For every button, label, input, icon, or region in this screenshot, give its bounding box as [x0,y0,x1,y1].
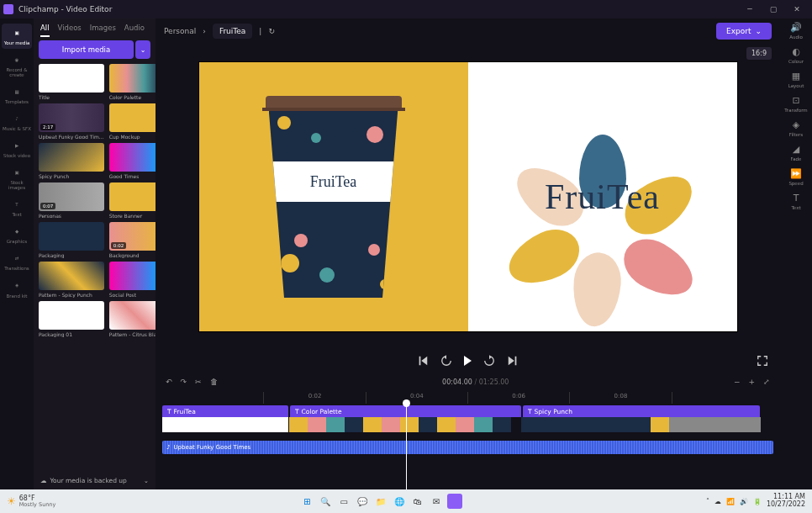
chevron-down-icon: ⌄ [755,27,762,35]
video-clip[interactable] [521,417,761,437]
playhead[interactable] [406,404,407,489]
window-title: Clipchamp - Video Editor [18,5,112,13]
tab-audio[interactable]: Audio [124,24,145,37]
media-item[interactable]: Pattern - Spicy Punch [39,262,104,298]
system-tray[interactable]: ˄ ☁ 📶 🔊 🔋 11:11 AM10/27/2022 [706,494,805,509]
chat-icon[interactable]: 💬 [355,494,370,509]
store-icon[interactable]: 🛍 [410,494,425,509]
rail-item-transitions[interactable]: ⇄Transitions [2,249,32,274]
breadcrumb-project[interactable]: FruiTea [213,24,252,39]
rail-item-text[interactable]: TText [2,195,32,220]
sync-icon[interactable]: ↻ [268,27,275,35]
audio-clip[interactable]: ♪ Upbeat Funky Good Times [162,441,773,454]
ruler[interactable]: 0:020:040:060:08 [162,392,773,404]
clipchamp-icon[interactable] [447,494,462,509]
start-button[interactable]: ⊞ [299,494,314,509]
rail-item-stock-video[interactable]: ▶Stock video [2,136,32,161]
taskview-icon[interactable]: ▭ [336,494,351,509]
media-item[interactable]: Packaging 01 [39,301,104,337]
step-forward-icon[interactable] [483,355,495,367]
battery-icon[interactable]: 🔋 [753,498,762,505]
backup-status[interactable]: ☁ Your media is backed up ⌄ [39,472,150,489]
time-display: 00:04.00 / 01:25.00 [442,378,509,386]
zoom-out-button[interactable]: − [734,378,741,386]
rail-item-your-media[interactable]: ▣Your media [2,24,32,49]
maximize-button[interactable]: ▢ [762,1,785,18]
cup-label: FruiTea [269,161,398,202]
search-icon[interactable]: 🔍 [318,494,333,509]
media-item[interactable]: Good Times [109,143,156,179]
zoom-in-button[interactable]: + [748,378,755,386]
rail-item-templates[interactable]: ▦Templates [2,82,32,108]
taskbar[interactable]: ☀ 68°FMostly Sunny ⊞ 🔍 ▭ 💬 📁 🌐 🛍 ✉ ˄ ☁ 📶… [0,489,812,513]
aspect-ratio-button[interactable]: 16:9 [746,47,772,60]
rightrail-layout[interactable]: ▦Layout [788,71,804,88]
rightrail-audio[interactable]: 🔊Audio [789,22,803,40]
undo-button[interactable]: ↶ [166,378,172,386]
video-clip[interactable] [162,417,288,437]
weather-widget[interactable]: ☀ 68°FMostly Sunny [7,495,55,508]
brand-text: FruiTea [545,177,660,217]
cloud-icon: ☁ [40,477,47,484]
rightrail-transform[interactable]: ⊡Transform [784,95,807,113]
skip-start-icon[interactable] [417,355,429,367]
minimize-button[interactable]: ─ [738,1,762,18]
rail-item-record-create[interactable]: ◉Record & create [2,50,32,81]
tab-all[interactable]: All [40,24,50,37]
media-item[interactable]: Packaging [39,222,104,258]
tracks[interactable]: TFruiTea TColor Palette TSpicy Punch ♪ U… [162,404,773,489]
media-grid: TitleColor Palette2:17Upbeat Funky Good … [39,64,150,337]
preview-canvas[interactable]: FruiTea FruiTea [199,62,737,331]
rightrail-speed[interactable]: ⏩Speed [788,168,803,186]
tab-images[interactable]: Images [90,24,116,37]
rail-item-music-sfx[interactable]: ♪Music & SFX [2,109,32,135]
step-back-icon[interactable] [440,355,452,367]
video-track[interactable] [162,417,773,437]
rail-item-graphics[interactable]: ◆Graphics [2,222,32,247]
clip-header[interactable]: TFruiTea [162,405,288,417]
chevron-up-icon[interactable]: ˄ [706,498,709,505]
media-panel: All Videos Images Audio Import media ⌄ T… [34,19,156,489]
rightrail-filters[interactable]: ◈Filters [789,119,804,137]
player-controls [156,350,780,372]
explorer-icon[interactable]: 📁 [373,494,388,509]
onedrive-icon[interactable]: ☁ [714,498,721,505]
export-button[interactable]: Export⌄ [716,23,772,40]
media-item[interactable]: 0:07Personas [39,182,104,219]
titlebar: Clipchamp - Video Editor ─ ▢ ✕ [0,0,812,19]
rail-item-brand-kit[interactable]: ◈Brand kit [2,277,32,302]
mail-icon[interactable]: ✉ [429,494,444,509]
breadcrumb-root[interactable]: Personal [164,27,196,35]
app-icon [3,4,13,14]
rail-item-stock-images[interactable]: ▣Stock images [2,163,32,193]
rightrail-text[interactable]: TText [791,193,800,210]
media-item[interactable]: 0:02Background [109,222,156,258]
media-item[interactable]: Color Palette [109,64,156,100]
clip-header[interactable]: TSpicy Punch [523,405,760,417]
redo-button[interactable]: ↷ [181,378,187,386]
media-item[interactable]: Cup Mockup [109,103,156,140]
close-button[interactable]: ✕ [785,1,809,18]
zoom-fit-button[interactable]: ⤢ [763,378,770,386]
tab-videos[interactable]: Videos [58,24,82,37]
delete-button[interactable]: 🗑 [210,378,218,386]
play-button[interactable] [464,356,472,366]
media-item[interactable]: Social Post [109,262,156,298]
skip-end-icon[interactable] [507,355,519,367]
import-dropdown[interactable]: ⌄ [135,40,150,59]
media-item[interactable]: Spicy Punch [39,143,104,179]
wifi-icon[interactable]: 📶 [726,498,735,505]
media-item[interactable]: Title [39,64,104,100]
import-media-button[interactable]: Import media [39,40,134,59]
media-item[interactable]: Pattern - Citrus Blast [109,301,156,337]
volume-icon[interactable]: 🔊 [740,498,748,505]
media-item[interactable]: 2:17Upbeat Funky Good Tim… [39,103,104,140]
rightrail-fade[interactable]: ◢Fade [791,144,802,161]
edge-icon[interactable]: 🌐 [392,494,407,509]
cup-mockup: FruiTea [262,96,405,298]
media-item[interactable]: Store Banner [109,182,156,219]
fullscreen-icon[interactable] [757,355,768,367]
rightrail-colour[interactable]: ◐Colour [788,46,804,64]
video-clip[interactable] [289,417,520,437]
split-button[interactable]: ✂ [195,378,202,386]
